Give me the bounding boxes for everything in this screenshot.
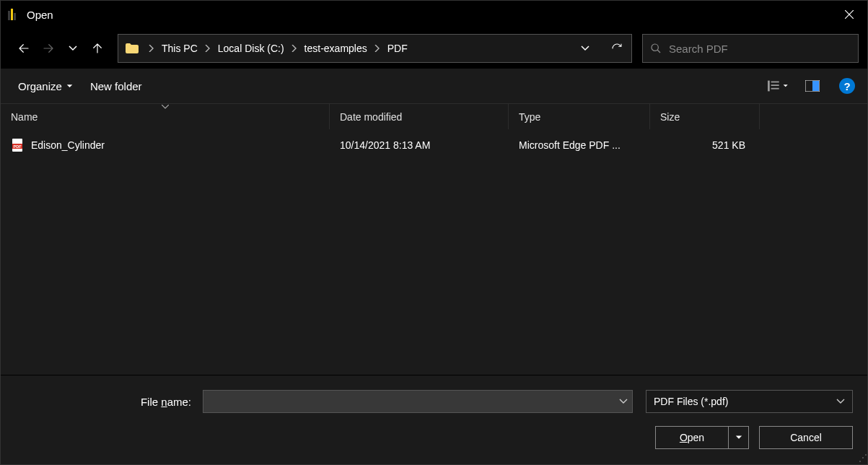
new-folder-button[interactable]: New folder	[89, 77, 144, 95]
arrow-left-icon	[17, 42, 30, 55]
breadcrumb-segment[interactable]: test-examples	[303, 35, 369, 62]
chevron-down-icon	[581, 44, 589, 53]
file-name: Edison_Cylinder	[31, 139, 105, 151]
app-icon	[6, 9, 18, 20]
help-button[interactable]: ?	[837, 76, 857, 96]
file-row[interactable]: PDF Edison_Cylinder 10/14/2021 8:13 AM M…	[1, 129, 867, 152]
svg-rect-8	[771, 82, 779, 83]
refresh-button[interactable]	[602, 35, 631, 62]
svg-point-5	[652, 44, 658, 51]
up-button[interactable]	[87, 35, 108, 61]
column-header-label: Size	[660, 111, 680, 123]
arrow-up-icon	[91, 42, 104, 55]
open-button-dropdown[interactable]	[728, 427, 748, 448]
cancel-button[interactable]: Cancel	[759, 426, 853, 449]
recent-locations-button[interactable]	[63, 35, 83, 61]
breadcrumb-segment[interactable]: PDF	[386, 35, 409, 62]
chevron-right-icon	[202, 43, 214, 54]
svg-rect-12	[812, 81, 819, 91]
back-button[interactable]	[14, 35, 34, 61]
file-type-filter[interactable]: PDF Files (*.pdf)	[646, 390, 853, 413]
column-header-label: Type	[519, 111, 540, 123]
column-header-date[interactable]: Date modified	[330, 104, 509, 129]
caret-down-icon	[783, 83, 788, 89]
column-header-type[interactable]: Type	[509, 104, 650, 129]
breadcrumb-segment[interactable]: This PC	[160, 35, 199, 62]
search-icon	[650, 43, 662, 54]
filename-input[interactable]	[208, 396, 619, 407]
svg-rect-10	[771, 88, 779, 90]
breadcrumb-segment[interactable]: Local Disk (C:)	[216, 35, 286, 62]
filename-label: File name:	[1, 396, 196, 408]
sort-indicator-icon	[162, 103, 169, 110]
window-title: Open	[27, 9, 53, 21]
address-bar[interactable]: This PC Local Disk (C:) test-examples PD…	[118, 34, 632, 63]
help-icon: ?	[839, 78, 855, 94]
titlebar: Open	[1, 1, 867, 28]
column-header-label: Date modified	[340, 111, 402, 123]
new-folder-label: New folder	[90, 80, 142, 92]
bottom-panel: File name: PDF Files (*.pdf) Open	[1, 375, 867, 464]
address-history-button[interactable]	[571, 35, 600, 62]
file-size: 521 KB	[650, 139, 754, 151]
svg-rect-7	[768, 81, 770, 92]
preview-pane-button[interactable]	[802, 76, 823, 96]
column-headers: Name Date modified Type Size	[1, 103, 867, 129]
arrow-right-icon	[42, 42, 55, 55]
pdf-file-icon: PDF	[11, 139, 24, 152]
open-button-main[interactable]: Open	[656, 427, 728, 448]
open-button[interactable]: Open	[655, 426, 749, 449]
caret-down-icon	[735, 434, 742, 441]
cancel-label: Cancel	[790, 432, 822, 443]
filename-field-wrap[interactable]	[203, 390, 633, 413]
search-box[interactable]	[642, 34, 859, 63]
nav-bar: This PC Local Disk (C:) test-examples PD…	[1, 28, 867, 69]
chevron-down-icon	[619, 397, 628, 406]
view-options-button[interactable]	[768, 76, 788, 96]
svg-text:PDF: PDF	[14, 144, 22, 149]
file-type-filter-label: PDF Files (*.pdf)	[654, 396, 728, 407]
svg-rect-9	[771, 84, 779, 86]
search-input[interactable]	[669, 43, 851, 55]
chevron-right-icon	[289, 43, 300, 54]
file-rows: PDF Edison_Cylinder 10/14/2021 8:13 AM M…	[1, 129, 867, 375]
close-button[interactable]	[831, 1, 867, 28]
chevron-down-icon	[69, 44, 77, 53]
svg-line-6	[657, 50, 660, 53]
column-header-name[interactable]: Name	[1, 104, 330, 129]
toolbar: Organize New folder ?	[1, 69, 867, 103]
column-header-spacer	[760, 104, 867, 129]
preview-pane-icon	[805, 80, 820, 92]
caret-down-icon	[66, 83, 73, 90]
column-header-size[interactable]: Size	[650, 104, 760, 129]
view-details-icon	[768, 80, 780, 92]
refresh-icon	[611, 43, 623, 54]
close-icon	[845, 10, 854, 19]
chevron-right-icon	[146, 43, 157, 54]
svg-rect-2	[14, 13, 16, 20]
file-date: 10/14/2021 8:13 AM	[330, 139, 509, 151]
chevron-right-icon	[372, 43, 383, 54]
svg-rect-1	[11, 9, 13, 20]
file-type: Microsoft Edge PDF ...	[509, 139, 650, 151]
organize-label: Organize	[18, 80, 62, 92]
folder-icon	[126, 43, 139, 53]
svg-rect-0	[8, 11, 10, 20]
file-list: Name Date modified Type Size	[1, 103, 867, 375]
chevron-down-icon	[836, 397, 845, 406]
organize-button[interactable]: Organize	[17, 77, 74, 95]
forward-button[interactable]	[38, 35, 58, 61]
column-header-label: Name	[11, 111, 38, 123]
